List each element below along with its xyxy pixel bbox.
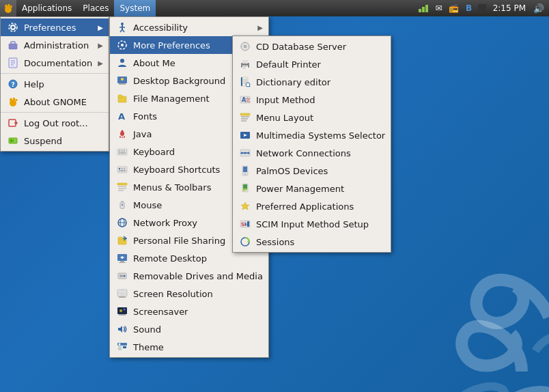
suspend-icon (6, 134, 20, 148)
remote-desktop-icon (115, 251, 129, 265)
more-pref-preferred-apps[interactable]: Preferred Applications (233, 197, 391, 215)
pref-screensaver[interactable]: Screensaver (110, 303, 268, 320)
more-pref-cd-database[interactable]: CD Database Server (233, 38, 391, 55)
system-menu-administration[interactable]: Administration ▶ (1, 36, 109, 54)
taskbar-left: Applications Places System (0, 0, 156, 16)
preferences-icon (6, 20, 20, 34)
more-pref-menu-layout[interactable]: Menu Layout (233, 109, 391, 126)
svg-rect-54 (117, 149, 127, 155)
taskbar-radio-icon[interactable]: 📻 (448, 2, 460, 14)
remote-desktop-label: Remote Desktop (133, 253, 263, 264)
more-pref-palmos[interactable]: PalmOS Devices (233, 162, 391, 180)
taskbar-network-icon[interactable] (418, 2, 430, 14)
taskbar-volume-icon[interactable]: 🔊 (533, 2, 545, 14)
screen-resolution-icon (115, 287, 129, 300)
taskbar-mail-icon[interactable]: ✉ (433, 2, 445, 14)
svg-point-130 (241, 152, 243, 154)
taskbar-system[interactable]: System (114, 0, 156, 16)
screen-resolution-label: Screen Resolution (133, 289, 263, 299)
taskbar-bluetooth-icon[interactable]: B (463, 2, 475, 14)
personal-file-sharing-icon (115, 234, 129, 247)
svg-point-34 (13, 98, 16, 100)
svg-rect-52 (118, 95, 122, 98)
preferred-apps-icon (238, 199, 252, 213)
more-pref-power-management[interactable]: Power Management (233, 180, 391, 197)
more-pref-multimedia[interactable]: Multimedia Systems Selector (233, 126, 391, 144)
svg-rect-137 (243, 184, 247, 188)
taskbar-indicator-icon[interactable] (478, 4, 486, 12)
svg-rect-110 (243, 68, 246, 68)
help-label: Help (24, 79, 103, 89)
help-icon: ? (6, 77, 20, 91)
pref-removable-drives[interactable]: Removable Drives and Media (110, 267, 268, 285)
taskbar-gnome-foot[interactable] (0, 0, 16, 16)
svg-rect-134 (243, 167, 247, 172)
desktop: Applications Places System ✉ 📻 B 2:15 PM (0, 0, 549, 392)
svg-rect-61 (117, 167, 127, 173)
pref-accessibility[interactable]: Accessibility ▶ (110, 18, 268, 36)
more-pref-network-connections[interactable]: Network Connections (233, 144, 391, 162)
svg-rect-55 (119, 150, 120, 152)
background-swirls (385, 214, 549, 392)
menu-layout-label: Menu Layout (256, 113, 385, 123)
svg-rect-59 (121, 152, 124, 154)
about-gnome-icon (6, 95, 20, 109)
svg-rect-100 (118, 346, 122, 350)
system-menu-help[interactable]: ? Help (1, 75, 109, 93)
more-pref-default-printer[interactable]: Default Printer (233, 55, 391, 73)
taskbar-applications[interactable]: Applications (16, 0, 77, 16)
svg-rect-68 (117, 183, 127, 185)
more-pref-dictionary-editor[interactable]: Dictionary editor (233, 73, 391, 91)
svg-rect-138 (243, 188, 247, 190)
system-menu-logout[interactable]: Log Out root... (1, 114, 109, 132)
svg-rect-58 (119, 152, 120, 154)
svg-rect-63 (122, 168, 123, 169)
svg-point-99 (119, 344, 121, 346)
svg-rect-62 (119, 168, 120, 169)
menu-layout-icon (238, 111, 252, 124)
more-pref-scim[interactable]: SI M SCIM Input Method Setup (233, 215, 391, 233)
svg-rect-4 (419, 9, 421, 12)
more-pref-sessions[interactable]: Sessions (233, 233, 391, 251)
svg-text:文: 文 (245, 97, 251, 103)
system-menu-suspend[interactable]: Suspend (1, 132, 109, 150)
svg-rect-78 (118, 237, 122, 240)
svg-point-104 (244, 46, 246, 47)
multimedia-icon (238, 128, 252, 142)
input-method-label: Input Method (256, 95, 385, 105)
svg-marker-96 (118, 326, 122, 333)
suspend-label: Suspend (24, 136, 103, 146)
separator-1 (1, 73, 109, 74)
more-pref-input-method[interactable]: A 文 Input Method (233, 91, 391, 109)
taskbar-places[interactable]: Places (77, 0, 114, 16)
system-menu-preferences[interactable]: Preferences ▶ (1, 18, 109, 36)
sound-icon (115, 322, 129, 336)
palmos-label: PalmOS Devices (256, 166, 385, 176)
svg-point-35 (16, 99, 18, 102)
system-menu: Preferences ▶ Administration ▶ (0, 16, 109, 152)
screensaver-label: Screensaver (133, 307, 263, 317)
taskbar-clock: 2:15 PM (489, 3, 530, 13)
documentation-icon (6, 56, 20, 70)
system-menu-about-gnome[interactable]: About GNOME (1, 93, 109, 111)
pref-screen-resolution[interactable]: Screen Resolution (110, 285, 268, 303)
accessibility-label: Accessibility (133, 23, 253, 33)
pref-sound[interactable]: Sound (110, 320, 268, 338)
administration-arrow: ▶ (98, 42, 103, 49)
svg-rect-39 (13, 139, 14, 142)
keyboard-icon (115, 145, 129, 158)
pref-theme[interactable]: Theme (110, 338, 268, 356)
svg-line-44 (122, 29, 124, 32)
multimedia-label: Multimedia Systems Selector (256, 130, 385, 141)
svg-point-1 (5, 5, 8, 8)
svg-rect-49 (119, 83, 126, 85)
sessions-label: Sessions (256, 237, 385, 247)
menus-toolbars-icon (115, 180, 129, 194)
preferences-label: Preferences (24, 23, 94, 33)
more-preferences-menu: CD Database Server Default Printer (232, 36, 391, 253)
svg-text:?: ? (11, 81, 14, 88)
more-preferences-icon (115, 38, 129, 52)
removable-drives-icon (115, 269, 129, 283)
system-menu-documentation[interactable]: Documentation ▶ (1, 54, 109, 72)
svg-point-46 (121, 44, 124, 46)
